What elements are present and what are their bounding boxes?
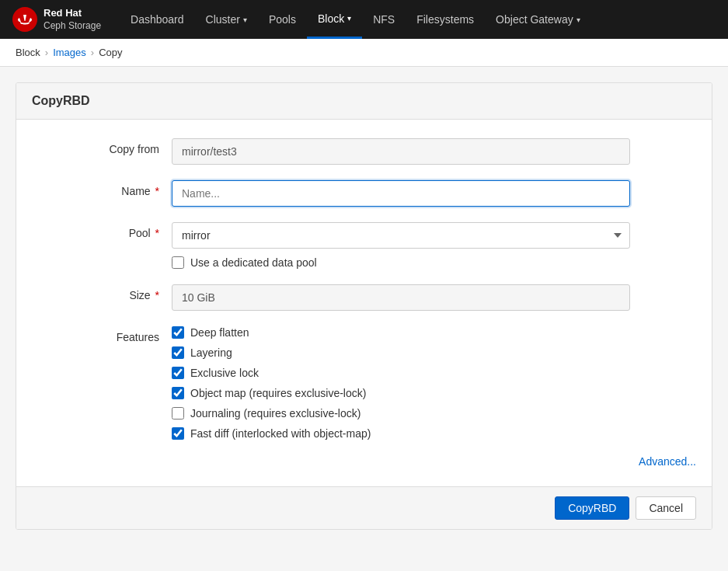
size-group: Size * — [32, 284, 696, 311]
deep-flatten-checkbox[interactable] — [172, 326, 184, 339]
navbar: Red Hat Ceph Storage Dashboard Cluster ▾… — [0, 0, 728, 39]
cluster-dropdown-arrow: ▾ — [243, 16, 247, 24]
deep-flatten-label[interactable]: Deep flatten — [190, 326, 249, 339]
fast-diff-checkbox[interactable] — [172, 427, 184, 440]
feature-layering: Layering — [172, 346, 630, 359]
checkbox-group: Deep flatten Layering Exclusive lock — [172, 326, 630, 440]
feature-exclusive-lock: Exclusive lock — [172, 367, 630, 379]
object-map-label[interactable]: Object map (requires exclusive-lock) — [190, 387, 366, 399]
redhat-logo — [12, 7, 37, 32]
pool-wrap: mirror Use a dedicated data pool — [172, 222, 630, 269]
block-dropdown-arrow: ▾ — [347, 14, 351, 23]
nav-item-pools[interactable]: Pools — [258, 0, 307, 39]
features-group: Features Deep flatten Layering — [32, 326, 696, 440]
nav-item-nfs[interactable]: NFS — [362, 0, 406, 39]
feature-object-map: Object map (requires exclusive-lock) — [172, 387, 630, 399]
nav-item-block[interactable]: Block ▾ — [307, 0, 362, 39]
fast-diff-label[interactable]: Fast diff (interlocked with object-map) — [190, 427, 371, 440]
feature-journaling: Journaling (requires exclusive-lock) — [172, 407, 630, 420]
pool-select[interactable]: mirror — [172, 222, 630, 249]
pool-label: Pool * — [32, 222, 172, 239]
features-wrap: Deep flatten Layering Exclusive lock — [172, 326, 630, 440]
brand-bottom: Ceph Storage — [44, 20, 101, 33]
breadcrumb-copy: Copy — [99, 47, 122, 58]
breadcrumb-block: Block — [16, 47, 40, 58]
advanced-link[interactable]: Advanced... — [639, 455, 696, 468]
nav-item-cluster[interactable]: Cluster ▾ — [195, 0, 258, 39]
nav-items: Dashboard Cluster ▾ Pools Block ▾ NFS Fi… — [120, 0, 591, 39]
main-content: CopyRBD Copy from Name * — [0, 67, 728, 545]
cancel-button[interactable]: Cancel — [636, 496, 696, 520]
size-label: Size * — [32, 284, 172, 301]
dedicated-pool-checkbox[interactable] — [172, 256, 184, 269]
brand-top: Red Hat — [44, 7, 101, 20]
journaling-checkbox[interactable] — [172, 407, 184, 420]
pool-group: Pool * mirror Use a dedicated data pool — [32, 222, 696, 269]
breadcrumb-sep-1: › — [45, 47, 48, 58]
card-title: CopyRBD — [16, 83, 712, 120]
dedicated-pool-wrap: Use a dedicated data pool — [172, 256, 630, 269]
name-wrap — [172, 180, 630, 207]
object-gateway-dropdown-arrow: ▾ — [576, 16, 580, 24]
copy-from-wrap — [172, 138, 630, 165]
layering-checkbox[interactable] — [172, 346, 184, 359]
copy-rbd-button[interactable]: CopyRBD — [555, 496, 629, 520]
name-group: Name * — [32, 180, 696, 207]
feature-fast-diff: Fast diff (interlocked with object-map) — [172, 427, 630, 440]
copy-from-label: Copy from — [32, 138, 172, 155]
breadcrumb: Block › Images › Copy — [0, 39, 728, 67]
nav-item-object-gateway[interactable]: Object Gateway ▾ — [485, 0, 591, 39]
advanced-link-wrap: Advanced... — [32, 455, 696, 468]
object-map-checkbox[interactable] — [172, 387, 184, 399]
features-label: Features — [32, 326, 172, 343]
size-wrap — [172, 284, 630, 311]
breadcrumb-sep-2: › — [91, 47, 94, 58]
copy-rbd-card: CopyRBD Copy from Name * — [16, 82, 712, 530]
breadcrumb-images[interactable]: Images — [53, 47, 86, 58]
nav-item-filesystems[interactable]: Filesystems — [406, 0, 485, 39]
layering-label[interactable]: Layering — [190, 346, 232, 359]
journaling-label[interactable]: Journaling (requires exclusive-lock) — [190, 407, 361, 420]
copy-from-input — [172, 138, 630, 165]
brand: Red Hat Ceph Storage — [12, 7, 101, 32]
card-body: Copy from Name * Pool * — [16, 120, 712, 486]
dedicated-pool-label[interactable]: Use a dedicated data pool — [190, 256, 317, 269]
feature-deep-flatten: Deep flatten — [172, 326, 630, 339]
name-label: Name * — [32, 180, 172, 197]
copy-from-group: Copy from — [32, 138, 696, 165]
size-input — [172, 284, 630, 311]
exclusive-lock-checkbox[interactable] — [172, 367, 184, 379]
name-input[interactable] — [172, 180, 630, 207]
card-footer: CopyRBD Cancel — [16, 486, 712, 529]
nav-item-dashboard[interactable]: Dashboard — [120, 0, 195, 39]
exclusive-lock-label[interactable]: Exclusive lock — [190, 367, 259, 379]
